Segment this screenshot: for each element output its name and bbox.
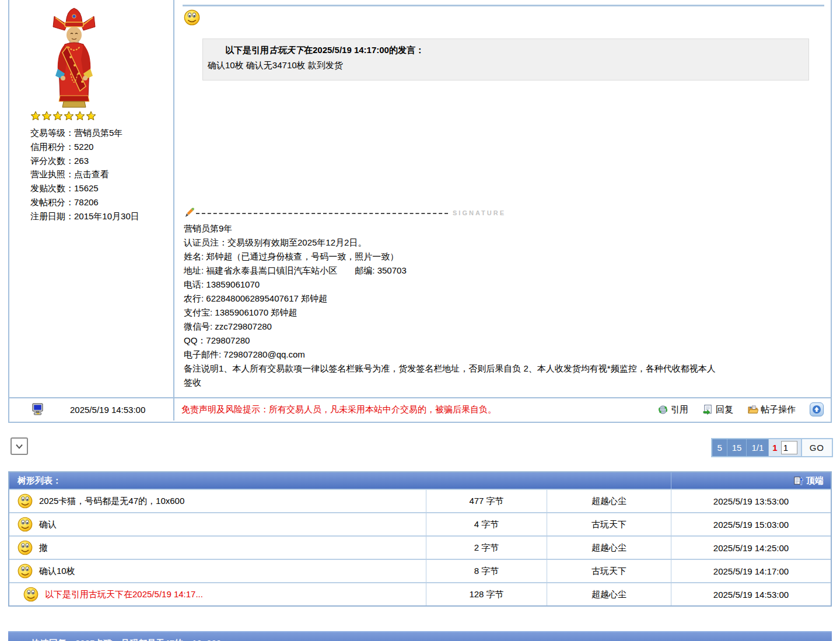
sig-line: 认证员注：交易级别有效期至2025年12月2日。 [184, 236, 716, 250]
signature-label: SIGNATURE [453, 209, 506, 216]
post-footer-cell: 免责声明及风险提示：所有交易人员，凡未采用本站中介交易的，被骗后果自负。 引用 [174, 398, 832, 421]
tree-row-author[interactable]: 古玩天下 [547, 513, 671, 535]
quick-reply-label: 快速回复：2025卡猫，号码都是无47的，10x600 [32, 638, 221, 641]
computer-icon [32, 403, 46, 416]
smiley-icon [18, 517, 33, 532]
user-info-panel: 交易等级：营销员第5年 信用积分：5220 评分次数：263 营业执照：点击查看… [9, 0, 173, 397]
signature-text: 营销员第9年 认证员注：交易级别有效期至2025年12月2日。 姓名: 郑钟超（… [184, 222, 716, 390]
sig-line: 支付宝: 13859061070 郑钟超 [184, 306, 716, 320]
tree-row-time: 2025/5/19 14:17:00 [671, 560, 831, 582]
tree-row: 以下是引用古玩天下在2025/5/19 14:17... 128 字节 超越心尘… [9, 582, 831, 605]
avatar [42, 3, 106, 110]
god-of-wealth-avatar-image [42, 3, 106, 110]
tree-row-author[interactable]: 古玩天下 [547, 560, 671, 582]
post-timestamp: 2025/5/19 14:53:00 [70, 405, 145, 415]
tree-list-title: 树形列表： [9, 472, 671, 489]
trade-rating-stars [30, 111, 96, 121]
tree-row-title[interactable]: 2025卡猫，号码都是无47的，10x600 [9, 490, 426, 512]
back-to-top-button[interactable] [810, 402, 824, 416]
tree-row-author[interactable]: 超越心尘 [547, 490, 671, 512]
tree-row-title[interactable]: 确认 [9, 513, 426, 535]
star-icon [64, 111, 74, 121]
signature-divider: SIGNATURE [184, 206, 506, 218]
tree-row-bytes: 128 字节 [426, 583, 547, 605]
current-page-number[interactable]: 1 [769, 439, 780, 456]
collapse-button[interactable] [10, 437, 28, 455]
sig-line: 营销员第9年 [184, 222, 716, 236]
post-table: 交易等级：营销员第5年 信用积分：5220 评分次数：263 营业执照：点击查看… [8, 0, 832, 423]
star-icon [41, 111, 52, 121]
star-icon [30, 111, 41, 121]
reply-button-label: 回复 [716, 404, 733, 415]
tree-row-author[interactable]: 超越心尘 [547, 583, 671, 605]
top-link[interactable]: 顶端 [671, 472, 831, 489]
sig-line: QQ：729807280 [184, 334, 716, 348]
post-actions: 引用 回复 [657, 402, 824, 416]
tree-row-bytes: 2 字节 [426, 537, 547, 559]
sig-line: 电子邮件: 729807280@qq.com [184, 348, 716, 362]
tree-row-title-text: 确认10枚 [39, 566, 75, 577]
quote-button[interactable]: 引用 [657, 404, 688, 415]
reply-button[interactable]: 回复 [702, 404, 733, 415]
sig-line: 姓名: 郑钟超（已通过身份核查，号码一致，照片一致） [184, 250, 716, 264]
tree-row-title[interactable]: 撤 [9, 537, 426, 559]
tree-row-bytes: 477 字节 [426, 490, 547, 512]
tree-list-table: 树形列表： 顶端 2025卡猫，号码都是无47的，10x600 477 字节 超… [8, 471, 832, 607]
signature-dashed-line [196, 213, 448, 214]
post-top-rule [183, 5, 824, 6]
sig-line: 电话: 13859061070 [184, 278, 716, 292]
chevron-down-icon [13, 440, 25, 452]
star-icon [86, 111, 96, 121]
smiley-icon [18, 493, 33, 509]
sig-line: 地址: 福建省永泰县嵩口镇旧汽车站小区 邮编: 350703 [184, 264, 716, 278]
pagination-bar: 5 15 1/1 1 GO [711, 438, 833, 457]
sig-line: 农行: 6228480062895407617 郑钟超 [184, 292, 716, 306]
go-button[interactable]: GO [801, 439, 832, 456]
tree-row-bytes: 8 字节 [426, 560, 547, 582]
post-operations-label: 帖子操作 [761, 404, 796, 415]
tree-row: 确认10枚 8 字节 古玩天下 2025/5/19 14:17:00 [9, 559, 831, 582]
smiley-icon [23, 587, 38, 602]
page-size-15[interactable]: 15 [727, 439, 747, 456]
stat-post-points: 发帖积分：78206 [30, 195, 139, 209]
smiley-icon [18, 540, 33, 555]
forum-post-page: 交易等级：营销员第5年 信用积分：5220 评分次数：263 营业执照：点击查看… [0, 0, 840, 641]
tree-row-bytes: 4 字节 [426, 513, 547, 535]
tree-row-author[interactable]: 超越心尘 [547, 537, 671, 559]
quote-box: 以下是引用古玩天下在2025/5/19 14:17:00的发言： 确认10枚 确… [202, 38, 809, 80]
pencil-icon [184, 207, 195, 218]
star-icon [52, 111, 63, 121]
stat-business-license-link[interactable]: 营业执照：点击查看 [30, 167, 139, 181]
sig-line: 备注说明1、本人所有交易款项一律以签名栏账号为准，货发签名栏地址，否则后果自负 … [184, 362, 716, 390]
tree-row-title-text: 撤 [39, 542, 48, 554]
quote-globe-icon [657, 404, 668, 415]
tree-row-title[interactable]: 以下是引用古玩天下在2025/5/19 14:17... [9, 583, 426, 605]
stat-post-count: 发贴次数：15625 [30, 181, 139, 195]
tree-row-time: 2025/5/19 14:53:00 [671, 583, 831, 605]
quote-header: 以下是引用古玩天下在2025/5/19 14:17:00的发言： [203, 45, 808, 56]
quote-button-label: 引用 [671, 404, 688, 415]
tree-row-time: 2025/5/19 15:03:00 [671, 513, 831, 535]
quote-suffix: 在2025/5/19 14:17:00的发言： [304, 45, 424, 55]
quote-prefix: 以下是引用 [225, 45, 269, 55]
tree-row-title-text: 2025卡猫，号码都是无47的，10x600 [39, 496, 184, 507]
tree-row: 2025卡猫，号码都是无47的，10x600 477 字节 超越心尘 2025/… [9, 489, 831, 512]
quote-author: 古玩天下 [269, 45, 304, 55]
stat-rating-count: 评分次数：263 [30, 154, 139, 168]
tree-row-title[interactable]: 确认10枚 [9, 560, 426, 582]
quick-reply-bar: 快速回复：2025卡猫，号码都是无47的，10x600 [8, 631, 832, 641]
post-operations-button[interactable]: 帖子操作 [747, 404, 796, 415]
tree-row: 撤 2 字节 超越心尘 2025/5/19 14:25:00 [9, 535, 831, 559]
tree-list-header: 树形列表： 顶端 [9, 472, 831, 489]
quote-body: 确认10枚 确认无34710枚 款到发货 [208, 60, 808, 71]
page-size-5[interactable]: 5 [712, 439, 727, 456]
post-meta-cell: 2025/5/19 14:53:00 [9, 398, 173, 421]
tree-row: 确认 4 字节 古玩天下 2025/5/19 15:03:00 [9, 512, 831, 535]
smiley-icon [184, 9, 200, 26]
sig-line: 微信号: zzc729807280 [184, 320, 716, 334]
post-content: 以下是引用古玩天下在2025/5/19 14:17:00的发言： 确认10枚 确… [174, 0, 832, 397]
star-icon [75, 111, 85, 121]
user-stats: 交易等级：营销员第5年 信用积分：5220 评分次数：263 营业执照：点击查看… [30, 126, 139, 223]
smiley-icon [18, 563, 33, 579]
page-number-input[interactable] [781, 441, 797, 454]
